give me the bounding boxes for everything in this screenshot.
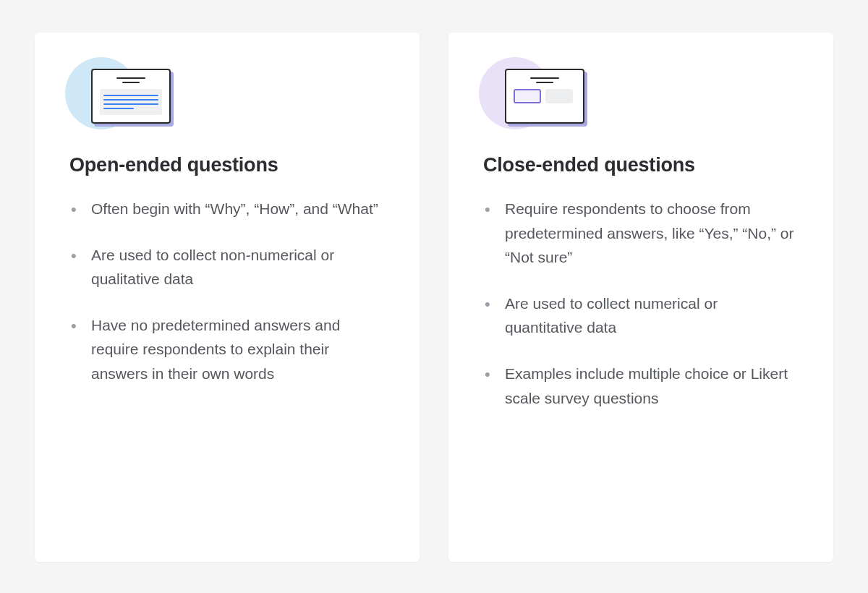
close-ended-points: Require respondents to choose from prede… [483,197,799,410]
close-ended-title: Close-ended questions [483,154,799,176]
text-line-icon [103,95,158,96]
list-item: Have no predetermined answers and requir… [69,313,385,386]
text-line-icon [103,103,158,105]
open-ended-points: Often begin with “Why”, “How”, and “What… [69,197,385,386]
text-line-icon [103,108,134,109]
choice-row-icon [514,89,576,103]
text-line-icon [103,99,158,101]
form-subtitle-line [536,82,553,83]
unselected-choice-icon [545,89,573,103]
close-ended-icon [483,61,799,134]
selected-choice-icon [514,89,541,103]
open-answer-block [100,89,162,115]
close-ended-card: Close-ended questions Require respondent… [448,33,833,562]
close-form-icon [505,69,584,124]
list-item: Are used to collect numerical or quantit… [483,291,799,340]
list-item: Are used to collect non-numerical or qua… [69,243,385,291]
form-title-line [116,77,145,79]
list-item: Often begin with “Why”, “How”, and “What… [69,197,385,221]
list-item: Require respondents to choose from prede… [483,197,799,270]
open-ended-card: Open-ended questions Often begin with “W… [35,33,420,562]
comparison-cards-row: Open-ended questions Often begin with “W… [35,33,833,562]
form-subtitle-line [122,82,140,83]
open-ended-icon [69,61,385,134]
open-ended-title: Open-ended questions [69,154,385,176]
list-item: Examples include multiple choice or Like… [483,362,799,410]
open-form-icon [91,69,171,124]
form-title-line [530,77,559,79]
